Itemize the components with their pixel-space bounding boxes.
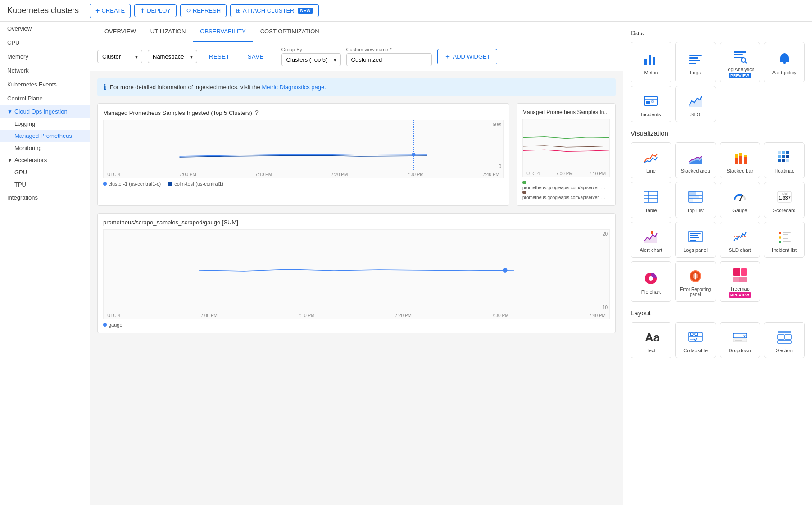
- sidebar-item-integrations[interactable]: Integrations: [0, 191, 90, 205]
- widget-logs[interactable]: Logs: [675, 42, 716, 82]
- widget-stacked-bar[interactable]: Stacked bar: [720, 142, 761, 178]
- svg-rect-31: [778, 159, 781, 162]
- svg-rect-50: [651, 231, 653, 234]
- widget-stacked-area[interactable]: Stacked area: [675, 142, 716, 178]
- widget-pie-chart[interactable]: Pie chart: [631, 261, 671, 302]
- top-list-icon: [687, 189, 703, 205]
- main-layout: Overview CPU Memory Network Kubernetes E…: [0, 22, 812, 505]
- sidebar-item-control-plane[interactable]: Control Plane: [0, 91, 90, 105]
- widget-section[interactable]: Section: [764, 322, 805, 358]
- svg-rect-72: [741, 268, 747, 276]
- sidebar-item-managed-prometheus[interactable]: Managed Prometheus: [0, 130, 90, 142]
- widget-incident-list[interactable]: Incident list: [764, 222, 805, 258]
- svg-rect-52: [690, 233, 701, 234]
- svg-rect-58: [783, 232, 791, 233]
- svg-rect-64: [783, 241, 791, 242]
- add-widget-button[interactable]: ＋ ADD WIDGET: [437, 49, 497, 64]
- layout-widgets-grid: Aa Text Collapsible: [631, 322, 805, 358]
- slo-chart-icon: [732, 228, 748, 245]
- scorecard-icon: 1,337 total: [776, 189, 793, 205]
- widget-alert-policy[interactable]: Alert policy: [764, 42, 805, 82]
- svg-point-57: [779, 232, 781, 234]
- stacked-bar-icon: [732, 149, 748, 165]
- widget-slo[interactable]: SLO: [675, 86, 716, 122]
- create-button[interactable]: + CREATE: [90, 4, 131, 18]
- svg-rect-84: [778, 331, 791, 333]
- widget-gauge[interactable]: Gauge: [720, 182, 761, 218]
- incident-list-icon: [776, 228, 793, 245]
- page-title: Kubernetes clusters: [7, 6, 79, 15]
- save-button[interactable]: SAVE: [241, 50, 270, 63]
- svg-rect-20: [735, 154, 738, 158]
- sidebar-item-cpu[interactable]: CPU: [0, 36, 90, 50]
- svg-point-70: [695, 278, 696, 280]
- svg-point-78: [690, 333, 693, 336]
- widget-metric[interactable]: Metric: [631, 42, 671, 82]
- section-icon: [776, 329, 793, 345]
- dashboard-area: ℹ For more detailed information of inges…: [90, 71, 623, 505]
- reset-button[interactable]: RESET: [203, 50, 236, 63]
- chart1-svg: [104, 120, 503, 170]
- widget-log-analytics[interactable]: Log Analytics PREVIEW: [720, 42, 761, 82]
- widget-treemap[interactable]: Treemap PREVIEW: [720, 261, 761, 302]
- widget-error-reporting[interactable]: Error Reporting panel: [675, 261, 716, 302]
- sidebar-item-overview[interactable]: Overview: [0, 22, 90, 36]
- tab-observability[interactable]: OBSERVABILITY: [193, 22, 253, 42]
- svg-rect-17: [646, 101, 650, 104]
- widget-text[interactable]: Aa Text: [631, 322, 671, 358]
- sidebar-item-accelerators[interactable]: ▼ Accelerators: [0, 154, 90, 166]
- line-chart-icon: [643, 149, 659, 165]
- tab-cost-optimization[interactable]: COST OPTIMIZATION: [253, 22, 327, 42]
- widget-slo-chart[interactable]: SLO chart: [720, 222, 761, 258]
- metric-diagnostics-link[interactable]: Metric Diagnostics page.: [262, 84, 326, 91]
- widget-heatmap[interactable]: Heatmap: [764, 142, 805, 178]
- tab-overview[interactable]: OVERVIEW: [97, 22, 143, 42]
- divider: [276, 50, 276, 63]
- table-icon: [643, 189, 659, 205]
- widget-logs-panel[interactable]: Logs panel: [675, 222, 716, 258]
- group-by-select[interactable]: Clusters (Top 5): [281, 53, 341, 66]
- widget-collapsible[interactable]: Collapsible: [675, 322, 716, 358]
- svg-rect-22: [739, 153, 742, 156]
- chevron-down-icon: ▼: [7, 109, 13, 115]
- sidebar-item-kubernetes-events[interactable]: Kubernetes Events: [0, 77, 90, 91]
- sidebar-item-logging[interactable]: Logging: [0, 118, 90, 130]
- chart1b-legend: prometheus.googleapis.com/apiserver_... …: [522, 180, 610, 200]
- dropdown-icon: [732, 329, 748, 345]
- svg-point-1: [412, 153, 416, 156]
- widget-incidents[interactable]: Incidents: [631, 86, 671, 122]
- attach-cluster-button[interactable]: ⊞ ATTACH CLUSTER NEW: [230, 4, 319, 17]
- svg-rect-73: [733, 277, 739, 282]
- chart2-svg: [104, 230, 609, 313]
- svg-rect-87: [778, 341, 791, 343]
- cluster-select-wrap: Cluster ▼: [97, 50, 142, 63]
- sidebar-item-network[interactable]: Network: [0, 64, 90, 77]
- svg-rect-5: [653, 57, 655, 65]
- sidebar-item-monitoring[interactable]: Monitoring: [0, 142, 90, 154]
- widget-line[interactable]: Line: [631, 142, 671, 178]
- sidebar-item-memory[interactable]: Memory: [0, 50, 90, 64]
- svg-rect-54: [690, 237, 699, 238]
- chart2-legend: gauge: [103, 322, 610, 328]
- widget-dropdown[interactable]: Dropdown: [720, 322, 761, 358]
- deploy-button[interactable]: ⬆ DEPLOY: [134, 4, 177, 17]
- svg-rect-3: [644, 59, 647, 65]
- tab-utilization[interactable]: UTILIZATION: [143, 22, 193, 42]
- top-header: Kubernetes clusters + CREATE ⬆ DEPLOY ↻ …: [0, 0, 812, 22]
- custom-view-input[interactable]: [346, 53, 432, 66]
- sidebar-item-cloud-ops-ingestion[interactable]: ▼ Cloud Ops Ingestion: [0, 105, 90, 118]
- help-icon[interactable]: ?: [255, 109, 259, 116]
- sidebar-item-gpu[interactable]: GPU: [0, 166, 90, 178]
- treemap-preview-badge: PREVIEW: [729, 292, 751, 298]
- svg-rect-8: [689, 60, 700, 61]
- refresh-button[interactable]: ↻ REFRESH: [180, 4, 227, 17]
- cluster-select[interactable]: Cluster: [97, 50, 142, 63]
- namespace-select[interactable]: Namespace: [148, 50, 197, 63]
- widget-top-list[interactable]: Top List: [675, 182, 716, 218]
- widget-table[interactable]: Table: [631, 182, 671, 218]
- sidebar-item-tpu[interactable]: TPU: [0, 178, 90, 191]
- widget-scorecard[interactable]: 1,337 total Scorecard: [764, 182, 805, 218]
- widget-alert-chart[interactable]: Alert chart: [631, 222, 671, 258]
- data-widgets-grid: Metric Logs: [631, 42, 805, 122]
- gauge-icon: [732, 189, 748, 205]
